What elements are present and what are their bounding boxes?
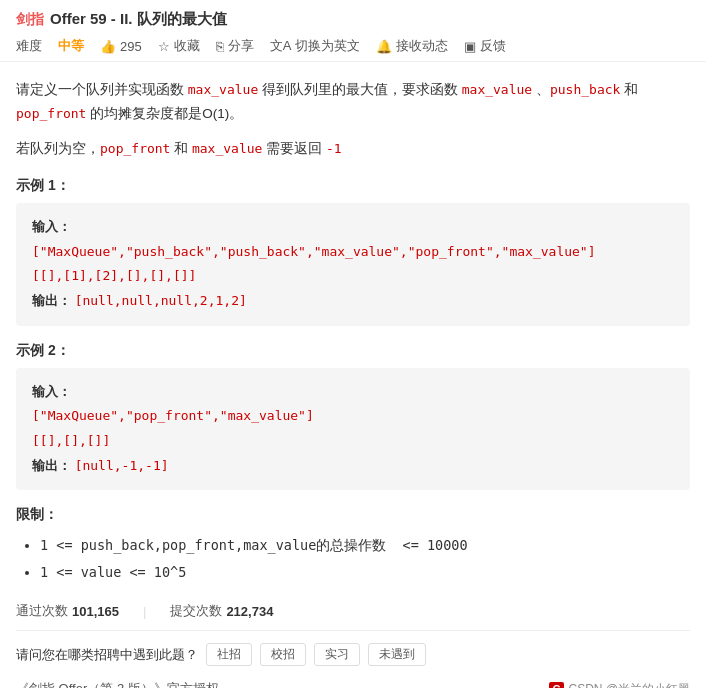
- desc-text1: 请定义一个队列并实现函数: [16, 82, 188, 97]
- header: 剑指 Offer 59 - II. 队列的最大值 难度 中等 👍 295 ☆ 收…: [0, 0, 706, 62]
- footer-row: 《剑指 Offer（第 2 版）》官方授权 C CSDN @米兰的小红黑: [16, 680, 690, 688]
- example1-input-line2: [[],[1],[2],[],[],[]]: [32, 264, 674, 289]
- recruit-btn-none[interactable]: 未遇到: [368, 643, 426, 666]
- notifications-button[interactable]: 🔔 接收动态: [376, 37, 448, 55]
- stats-divider: |: [143, 604, 146, 619]
- recruit-btn-campus[interactable]: 校招: [260, 643, 306, 666]
- example2-input-line1: ["MaxQueue","pop_front","max_value"]: [32, 404, 674, 429]
- share-icon: ⎘: [216, 39, 224, 54]
- desc-text4: 和: [620, 82, 638, 97]
- constraint-text-1: 1 <= push_back,pop_front,max_value的总操作数 …: [40, 537, 468, 553]
- likes-button[interactable]: 👍 295: [100, 39, 142, 54]
- desc-text5: 的均摊复杂度都是O(1)。: [86, 106, 243, 121]
- example2-output: 输出： [null,-1,-1]: [32, 454, 674, 479]
- note-text1: 若队列为空，: [16, 141, 100, 156]
- desc-text3: 、: [532, 82, 550, 97]
- recruit-btn-intern[interactable]: 实习: [314, 643, 360, 666]
- switch-lang-button[interactable]: 文A 切换为英文: [270, 37, 361, 55]
- difficulty-value: 中等: [58, 37, 84, 55]
- desc-fn2: max_value: [462, 82, 532, 97]
- note-text3: 需要返回: [262, 141, 326, 156]
- desc-fn1: max_value: [188, 82, 258, 97]
- constraint-item-2: 1 <= value <= 10^5: [40, 559, 690, 586]
- constraint-item-1: 1 <= push_back,pop_front,max_value的总操作数 …: [40, 532, 690, 559]
- example1-input-label: 输入：: [32, 215, 674, 240]
- footer-link: 《剑指 Offer（第 2 版）》官方授权: [16, 680, 219, 688]
- desc-text2: 得到队列里的最大值，要求函数: [258, 82, 462, 97]
- note-fn1: pop_front: [100, 141, 170, 156]
- constraints-list: 1 <= push_back,pop_front,max_value的总操作数 …: [16, 532, 690, 586]
- constraints-title: 限制：: [16, 506, 690, 524]
- recruit-row: 请问您在哪类招聘中遇到此题？ 社招 校招 实习 未遇到: [16, 643, 690, 666]
- translate-icon: 文A: [270, 37, 292, 55]
- example1-block: 输入： ["MaxQueue","push_back","push_back",…: [16, 203, 690, 326]
- note-text2: 和: [170, 141, 192, 156]
- bell-icon: 🔔: [376, 39, 392, 54]
- collect-button[interactable]: ☆ 收藏: [158, 37, 200, 55]
- toolbar: 难度 中等 👍 295 ☆ 收藏 ⎘ 分享 文A 切换为英文 🔔 接收动态 ▣ …: [16, 37, 690, 55]
- desc-fn3: push_back: [550, 82, 620, 97]
- note: 若队列为空，pop_front 和 max_value 需要返回 -1: [16, 137, 690, 161]
- constraints: 限制： 1 <= push_back,pop_front,max_value的总…: [16, 506, 690, 586]
- note-val: -1: [326, 141, 342, 156]
- page-title: Offer 59 - II. 队列的最大值: [50, 10, 227, 29]
- title-row: 剑指 Offer 59 - II. 队列的最大值: [16, 10, 690, 29]
- submit-stat: 提交次数 212,734: [170, 602, 273, 620]
- stats-row: 通过次数 101,165 | 提交次数 212,734: [16, 602, 690, 631]
- feedback-icon: ▣: [464, 39, 476, 54]
- csdn-logo: C: [549, 682, 565, 688]
- recruit-btn-social[interactable]: 社招: [206, 643, 252, 666]
- difficulty-label: 难度: [16, 37, 42, 55]
- content: 请定义一个队列并实现函数 max_value 得到队列里的最大值，要求函数 ma…: [0, 62, 706, 688]
- thumb-up-icon: 👍: [100, 39, 116, 54]
- example1-input-line1: ["MaxQueue","push_back","push_back","max…: [32, 240, 674, 265]
- feedback-button[interactable]: ▣ 反馈: [464, 37, 506, 55]
- pass-stat: 通过次数 101,165: [16, 602, 119, 620]
- example2-input-line2: [[],[],[]]: [32, 429, 674, 454]
- example1-title: 示例 1：: [16, 177, 690, 195]
- example1-output: 输出： [null,null,null,2,1,2]: [32, 289, 674, 314]
- star-icon: ☆: [158, 39, 170, 54]
- example2-title: 示例 2：: [16, 342, 690, 360]
- share-button[interactable]: ⎘ 分享: [216, 37, 254, 55]
- csdn-label: CSDN @米兰的小红黑: [568, 681, 690, 688]
- recruit-question: 请问您在哪类招聘中遇到此题？: [16, 646, 198, 664]
- problem-description: 请定义一个队列并实现函数 max_value 得到队列里的最大值，要求函数 ma…: [16, 78, 690, 127]
- note-fn2: max_value: [192, 141, 262, 156]
- example2-block: 输入： ["MaxQueue","pop_front","max_value"]…: [16, 368, 690, 491]
- footer-csdn: C CSDN @米兰的小红黑: [549, 681, 690, 688]
- likes-count: 295: [120, 39, 142, 54]
- example2-input-label: 输入：: [32, 380, 674, 405]
- logo: 剑指: [16, 11, 44, 29]
- constraint-text-2: 1 <= value <= 10^5: [40, 564, 186, 580]
- desc-fn4: pop_front: [16, 106, 86, 121]
